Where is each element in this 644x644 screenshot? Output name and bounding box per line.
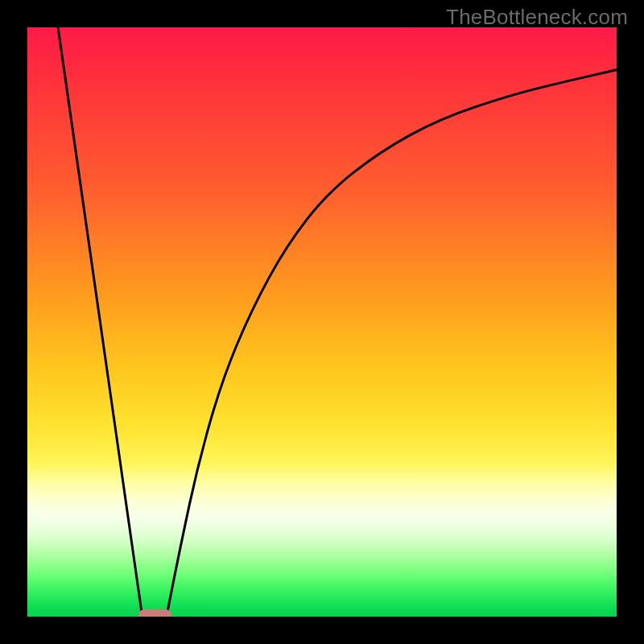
watermark-text: TheBottleneck.com (446, 5, 628, 30)
chart-frame: TheBottleneck.com (0, 0, 644, 644)
plot-area (27, 27, 617, 617)
curve-svg (27, 27, 617, 617)
bottleneck-curve (58, 27, 617, 617)
optimal-marker (138, 609, 171, 617)
